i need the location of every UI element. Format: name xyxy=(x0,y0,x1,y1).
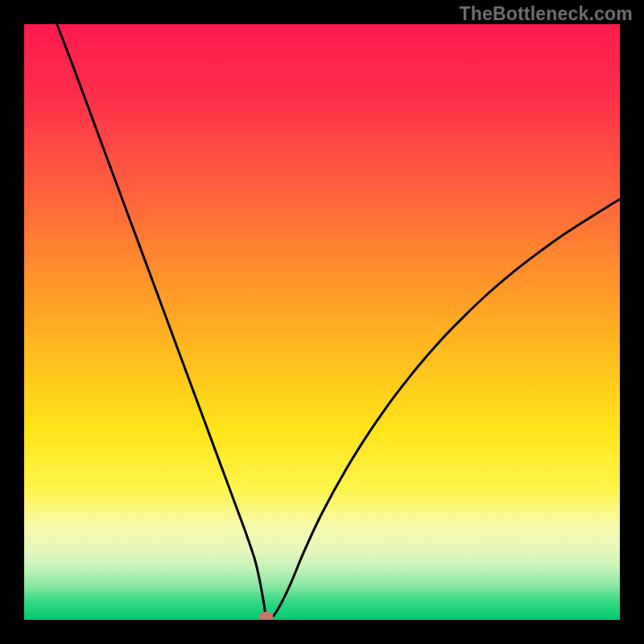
watermark-text: TheBottleneck.com xyxy=(459,3,633,25)
chart-frame: TheBottleneck.com xyxy=(0,0,644,644)
plot-area xyxy=(24,24,620,620)
bottleneck-chart xyxy=(24,24,620,620)
gradient-background xyxy=(24,24,620,620)
